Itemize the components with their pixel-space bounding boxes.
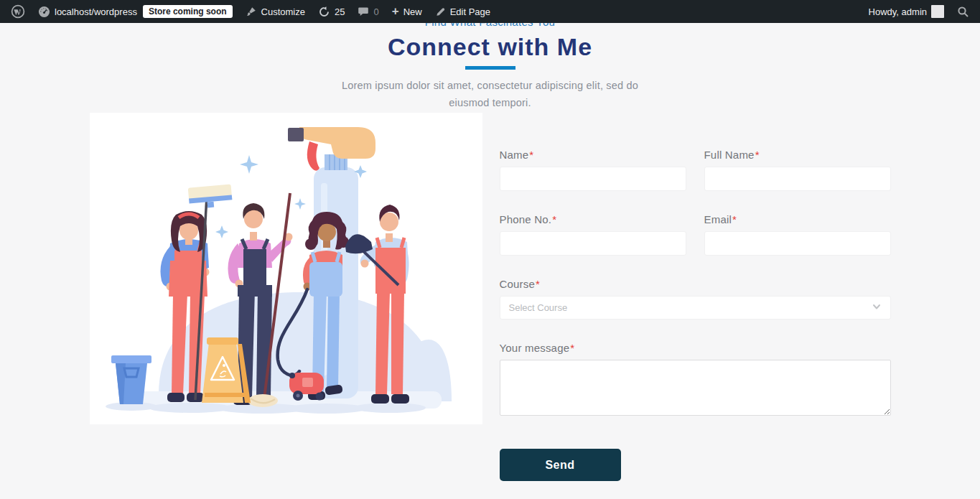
course-field: Course* Select Course: [500, 278, 891, 320]
course-field-label: Course*: [500, 278, 891, 290]
phone-input[interactable]: [500, 231, 686, 256]
new-label: New: [403, 6, 422, 17]
wp-logo-menu[interactable]: [4, 0, 32, 23]
phone-field: Phone No.*: [500, 213, 686, 256]
customize-label: Customize: [261, 6, 305, 17]
required-asterisk: *: [570, 342, 574, 354]
send-button[interactable]: Send: [500, 449, 621, 481]
title-divider: [465, 66, 515, 70]
avatar: [931, 5, 944, 18]
site-name-label: localhost/wordpress: [55, 6, 137, 17]
page-title: Connect with Me: [0, 34, 980, 59]
howdy-label: Howdy, admin: [869, 6, 927, 17]
message-textarea[interactable]: [500, 360, 891, 416]
name-field-label: Name*: [500, 149, 686, 161]
plus-icon: +: [392, 5, 399, 17]
message-field-label: Your message*: [500, 342, 891, 354]
course-select[interactable]: Select Course: [500, 296, 891, 320]
search-icon: [957, 6, 969, 18]
chevron-down-icon: [872, 302, 882, 314]
wordpress-logo-icon: [11, 4, 25, 19]
email-input[interactable]: [704, 231, 891, 256]
coming-soon-badge: Store coming soon: [143, 5, 233, 18]
full-name-field: Full Name*: [704, 149, 891, 191]
comments-menu[interactable]: 0: [351, 0, 385, 23]
my-account-menu[interactable]: Howdy, admin: [862, 0, 951, 23]
edit-page-menu[interactable]: Edit Page: [429, 0, 497, 23]
description-line-1: Lorem ipsum dolor sit amet, consectetur …: [0, 77, 980, 94]
name-field: Name*: [500, 149, 686, 191]
required-asterisk: *: [755, 149, 760, 161]
site-name-menu[interactable]: localhost/wordpress Store coming soon: [32, 0, 239, 23]
pencil-icon: [435, 6, 446, 17]
updates-menu[interactable]: 25: [312, 0, 351, 23]
paintbrush-icon: [246, 6, 257, 17]
required-asterisk: *: [732, 213, 737, 225]
comment-bubble-icon: [358, 6, 369, 17]
comments-count: 0: [373, 6, 378, 17]
gauge-icon: [38, 6, 50, 18]
adminbar-search[interactable]: [951, 0, 976, 23]
name-input[interactable]: [500, 167, 686, 191]
message-field: Your message*: [500, 342, 891, 419]
required-asterisk: *: [536, 278, 540, 290]
contact-form: Name* Full Name* Phone No.* Email* Cours…: [500, 113, 891, 481]
required-asterisk: *: [552, 213, 556, 225]
updates-count: 25: [335, 6, 345, 17]
wp-admin-bar: localhost/wordpress Store coming soon Cu…: [0, 0, 980, 23]
cleaning-team-illustration: [90, 113, 482, 424]
required-asterisk: *: [529, 149, 533, 161]
updates-icon: [318, 6, 330, 18]
email-field-label: Email*: [704, 213, 891, 225]
customize-menu[interactable]: Customize: [239, 0, 312, 23]
full-name-field-label: Full Name*: [704, 149, 891, 161]
new-content-menu[interactable]: + New: [386, 0, 429, 23]
email-field: Email*: [704, 213, 891, 256]
phone-field-label: Phone No.*: [500, 213, 686, 225]
description-line-2: eiusmod tempori.: [0, 94, 980, 111]
full-name-input[interactable]: [704, 167, 891, 191]
course-select-placeholder: Select Course: [509, 302, 568, 313]
edit-page-label: Edit Page: [450, 6, 490, 17]
section-description: Lorem ipsum dolor sit amet, consectetur …: [0, 77, 980, 111]
